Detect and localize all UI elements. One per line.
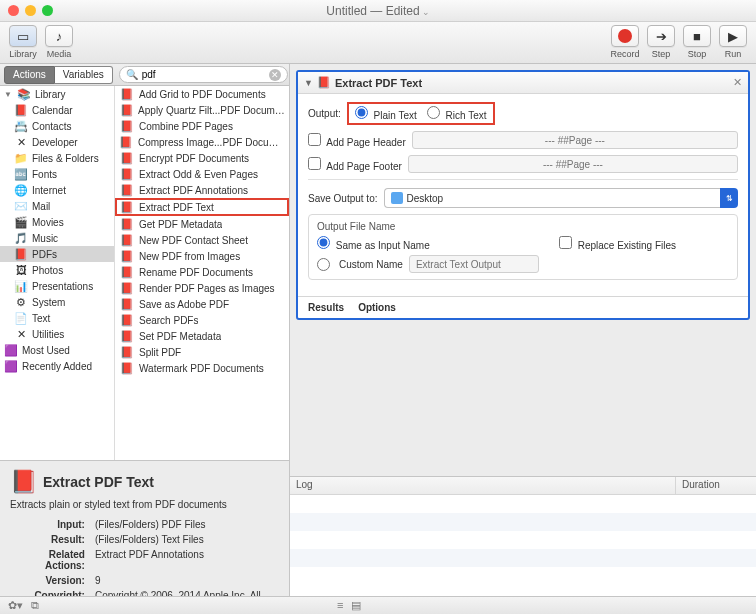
library-item[interactable]: ✉️Mail (0, 198, 114, 214)
desc-subtitle: Extracts plain or styled text from PDF d… (10, 499, 279, 510)
category-icon: 🌐 (14, 184, 28, 197)
workflow-canvas[interactable] (290, 326, 756, 476)
library-root[interactable]: ▼📚Library (0, 86, 114, 102)
list-view-icon[interactable]: ≡ (337, 599, 343, 612)
action-item[interactable]: 📕Extract PDF Text (115, 198, 289, 216)
action-label: Render PDF Pages as Images (139, 283, 275, 294)
close-window-button[interactable] (8, 5, 19, 16)
folder-icon (391, 192, 403, 204)
tab-actions[interactable]: Actions (4, 66, 55, 84)
tab-variables[interactable]: Variables (55, 66, 113, 84)
action-item[interactable]: 📕Encrypt PDF Documents (115, 150, 289, 166)
library-item[interactable]: 🎵Music (0, 230, 114, 246)
library-item-label: Utilities (32, 329, 64, 340)
checkbox-add-footer[interactable]: Add Page Footer (308, 157, 402, 172)
action-item[interactable]: 📕Watermark PDF Documents (115, 360, 289, 376)
traffic-lights (8, 5, 53, 16)
save-destination-popup[interactable]: Desktop ⇅ (384, 188, 739, 208)
library-item[interactable]: ⚙System (0, 294, 114, 310)
action-icon: 📕 (119, 183, 135, 197)
action-item[interactable]: 📕Save as Adobe PDF (115, 296, 289, 312)
library-item[interactable]: 📁Files & Folders (0, 150, 114, 166)
action-label: Search PDFs (139, 315, 198, 326)
library-button[interactable]: ▭Library (6, 24, 40, 60)
chevron-down-icon[interactable]: ⌄ (422, 7, 430, 17)
close-icon[interactable]: ✕ (733, 76, 742, 89)
clear-search-button[interactable]: ✕ (269, 69, 281, 81)
stop-button[interactable]: ■Stop (680, 24, 714, 60)
action-item[interactable]: 📕Get PDF Metadata (115, 216, 289, 232)
library-item[interactable]: ✕Utilities (0, 326, 114, 342)
radio-rich-text[interactable]: Rich Text (427, 106, 487, 121)
action-icon: 📕 (119, 200, 135, 214)
action-item[interactable]: 📕Search PDFs (115, 312, 289, 328)
desc-key: Input: (12, 518, 89, 531)
zoom-window-button[interactable] (42, 5, 53, 16)
category-icon: ⚙ (14, 296, 28, 309)
toolbar-label: Stop (688, 49, 707, 59)
action-item[interactable]: 📕Extract PDF Annotations (115, 182, 289, 198)
action-label: New PDF Contact Sheet (139, 235, 248, 246)
checkbox-replace-existing[interactable]: Replace Existing Files (559, 236, 676, 251)
library-item[interactable]: 📄Text (0, 310, 114, 326)
category-icon: 🎵 (14, 232, 28, 245)
action-item[interactable]: 📕New PDF from Images (115, 248, 289, 264)
action-item[interactable]: 📕Rename PDF Documents (115, 264, 289, 280)
search-input[interactable] (142, 69, 269, 80)
panel-title: Extract PDF Text (335, 77, 422, 89)
library-smart-item[interactable]: 🟪Recently Added (0, 358, 114, 374)
action-item[interactable]: 📕Combine PDF Pages (115, 118, 289, 134)
library-item[interactable]: 📕Calendar (0, 102, 114, 118)
step-button[interactable]: ➔Step (644, 24, 678, 60)
library-item[interactable]: 📕PDFs (0, 246, 114, 262)
desc-val: (Files/Folders) PDF Files (91, 518, 277, 531)
action-label: New PDF from Images (139, 251, 240, 262)
smart-folder-icon: 🟪 (4, 344, 18, 357)
action-item[interactable]: 📕Extract Odd & Even Pages (115, 166, 289, 182)
record-button[interactable]: Record (608, 24, 642, 60)
minimize-window-button[interactable] (25, 5, 36, 16)
flow-icon[interactable]: ⧉ (31, 599, 39, 612)
log-col-duration[interactable]: Duration (676, 477, 756, 494)
header-text-field[interactable] (412, 131, 738, 149)
run-button[interactable]: ▶Run (716, 24, 750, 60)
radio-same-name[interactable]: Same as Input Name (317, 236, 539, 251)
action-item[interactable]: 📕Set PDF Metadata (115, 328, 289, 344)
search-icon: 🔍 (126, 69, 138, 80)
library-list[interactable]: ▼📚Library📕Calendar📇Contacts✕Developer📁Fi… (0, 86, 115, 460)
library-item[interactable]: 🌐Internet (0, 182, 114, 198)
library-item[interactable]: 📊Presentations (0, 278, 114, 294)
actions-list[interactable]: 📕Add Grid to PDF Documents📕Apply Quartz … (115, 86, 289, 460)
footer-text-field[interactable] (408, 155, 738, 173)
library-icon: ▭ (17, 29, 29, 44)
action-icon: 📕 (119, 103, 134, 117)
library-item[interactable]: 🖼Photos (0, 262, 114, 278)
action-item[interactable]: 📕Render PDF Pages as Images (115, 280, 289, 296)
library-item[interactable]: ✕Developer (0, 134, 114, 150)
action-item[interactable]: 📕Compress Image...PDF Documents (115, 134, 289, 150)
radio-custom-name[interactable]: Custom Name (317, 255, 539, 273)
library-item[interactable]: 🔤Fonts (0, 166, 114, 182)
media-button[interactable]: ♪Media (42, 24, 76, 60)
custom-name-field[interactable] (409, 255, 539, 273)
gear-icon[interactable]: ✿▾ (8, 599, 23, 612)
panel-tab-options[interactable]: Options (358, 302, 396, 313)
disclosure-triangle-icon[interactable]: ▼ (304, 78, 313, 88)
library-item[interactable]: 📇Contacts (0, 118, 114, 134)
radio-plain-text[interactable]: Plain Text (355, 106, 417, 121)
action-item[interactable]: 📕Split PDF (115, 344, 289, 360)
library-item[interactable]: 🎬Movies (0, 214, 114, 230)
action-item[interactable]: 📕Apply Quartz Filt...PDF Documents (115, 102, 289, 118)
action-item[interactable]: 📕New PDF Contact Sheet (115, 232, 289, 248)
library-smart-item[interactable]: 🟪Most Used (0, 342, 114, 358)
library-item-label: Fonts (32, 169, 57, 180)
grid-view-icon[interactable]: ▤ (351, 599, 361, 612)
action-icon: 📕 (119, 281, 135, 295)
panel-tab-results[interactable]: Results (308, 302, 344, 313)
pdf-icon: 📕 (10, 469, 37, 495)
action-item[interactable]: 📕Add Grid to PDF Documents (115, 86, 289, 102)
checkbox-add-header[interactable]: Add Page Header (308, 133, 406, 148)
log-col-log[interactable]: Log (290, 477, 676, 494)
search-field[interactable]: 🔍 ✕ (119, 66, 288, 83)
library-item-label: System (32, 297, 65, 308)
